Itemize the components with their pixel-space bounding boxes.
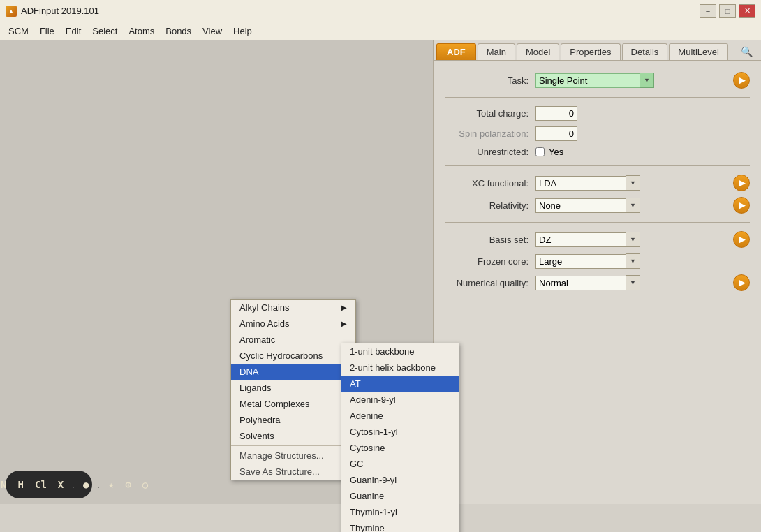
numerical-quality-nav-arrow[interactable]: ▶ [733,274,750,291]
menu-help[interactable]: Help [228,24,258,38]
tab-properties[interactable]: Properties [561,43,620,60]
right-panel: ADF Main Model Properties Details MultiL… [433,40,761,504]
menu-alkyl-chains[interactable]: Alkyl Chains ▶ [231,300,355,316]
bottom-toolbar: ▶ C O N H Cl X . ● . ★ ⊕ ○ [6,471,92,498]
minimize-button[interactable]: − [700,4,716,18]
molecule-view: Alkyl Chains ▶ Amino Acids ▶ Aromatic Cy… [0,40,433,504]
xc-functional-dropdown[interactable]: LDA [535,176,626,191]
toolbar-hydrogen[interactable]: H [15,478,27,492]
tab-adf[interactable]: ADF [436,43,476,60]
task-nav-arrow[interactable]: ▶ [733,72,750,89]
task-dropdown[interactable]: Single Point [535,73,640,88]
menu-dna[interactable]: DNA ▶ [231,364,355,380]
dna-cytosine[interactable]: Cytosine [341,440,459,456]
main-area: Alkyl Chains ▶ Amino Acids ▶ Aromatic Cy… [0,40,761,504]
basis-set-nav-arrow[interactable]: ▶ [733,231,750,248]
context-menu: Alkyl Chains ▶ Amino Acids ▶ Aromatic Cy… [230,299,356,480]
task-label: Task: [445,75,535,86]
dna-thymin1yl[interactable]: Thymin-1-yl [341,504,459,520]
toolbar-star[interactable]: ★ [105,478,117,492]
relativity-label: Relativity: [445,200,535,211]
dna-cytosin1yl[interactable]: Cytosin-1-yl [341,424,459,440]
dna-1unit-backbone[interactable]: 1-unit backbone [341,343,459,360]
spin-polarization-row: Spin polarization: [445,126,750,141]
relativity-nav-arrow[interactable]: ▶ [733,197,750,214]
frozen-core-value: Large [539,256,562,267]
menu-view[interactable]: View [197,24,228,38]
toolbar-delete[interactable]: X [55,478,66,492]
xc-functional-control: LDA ▼ [535,175,727,191]
xc-functional-nav-arrow[interactable]: ▶ [733,175,750,191]
dna-thymine[interactable]: Thymine [341,520,459,532]
menu-cyclic-hydrocarbons[interactable]: Cyclic Hydrocarbons ▶ [231,348,355,364]
numerical-quality-row: Numerical quality: Normal ▼ ▶ [445,274,750,291]
toolbar-chlorine[interactable]: Cl [32,478,50,492]
menu-edit[interactable]: Edit [60,24,87,38]
spin-polarization-input[interactable] [535,126,577,141]
xc-functional-label: XC functional: [445,178,535,189]
menu-scm[interactable]: SCM [3,24,34,38]
menu-save-as-structure[interactable]: Save As Structure... [231,464,355,480]
dna-guanine[interactable]: Guanine [341,488,459,504]
menu-select[interactable]: Select [87,24,123,38]
unrestricted-row: Unrestricted: Yes [445,147,750,157]
menu-aromatic[interactable]: Aromatic [231,332,355,348]
xc-functional-value: LDA [539,178,556,189]
xc-functional-arrow[interactable]: ▼ [626,175,640,191]
menu-ligands[interactable]: Ligands ▶ [231,380,355,396]
frozen-core-arrow[interactable]: ▼ [626,253,640,269]
total-charge-label: Total charge: [445,108,535,119]
basis-set-control: DZ ▼ [535,232,727,247]
task-row: Task: Single Point ▼ ▶ [445,72,750,89]
frozen-core-row: Frozen core: Large ▼ [445,253,750,269]
toolbar-nitrogen[interactable]: N [0,478,10,492]
title-bar: ▲ ADFinput 2019.101 − □ ✕ [0,0,761,22]
frozen-core-control: Large ▼ [535,253,750,269]
dna-adenine[interactable]: Adenine [341,408,459,424]
toolbar-search-zoom[interactable]: ⊕ [122,478,133,492]
menu-metal-complexes[interactable]: Metal Complexes ▶ [231,396,355,412]
tab-model[interactable]: Model [517,43,559,60]
task-value: Single Point [539,75,587,86]
unrestricted-yes-label: Yes [549,147,563,157]
dna-2unit-backbone[interactable]: 2-unit helix backbone [341,360,459,376]
tab-details[interactable]: Details [622,43,668,60]
total-charge-control [535,106,750,121]
spin-polarization-control [535,126,750,141]
search-icon[interactable]: 🔍 [735,45,758,59]
menu-bonds[interactable]: Bonds [160,24,197,38]
numerical-quality-arrow[interactable]: ▼ [626,275,640,290]
relativity-arrow[interactable]: ▼ [626,198,640,213]
basis-set-dropdown[interactable]: DZ [535,232,626,247]
app-title: ADFinput 2019.101 [21,6,99,16]
basis-set-arrow[interactable]: ▼ [626,232,640,247]
total-charge-input[interactable] [535,106,577,121]
numerical-quality-dropdown[interactable]: Normal [535,276,626,290]
dna-gc[interactable]: GC [341,456,459,472]
menu-manage-structures[interactable]: Manage Structures... [231,448,355,464]
frozen-core-dropdown[interactable]: Large [535,254,626,269]
toolbar-circle[interactable]: ● [80,478,91,492]
dna-guanin9yl[interactable]: Guanin-9-yl [341,472,459,488]
menu-polyhedra[interactable]: Polyhedra ▶ [231,412,355,428]
app-icon: ▲ [6,6,17,17]
maximize-button[interactable]: □ [719,4,736,18]
relativity-dropdown[interactable]: None [535,198,626,213]
task-dropdown-arrow[interactable]: ▼ [640,73,654,88]
close-button[interactable]: ✕ [739,4,755,18]
unrestricted-checkbox[interactable] [535,147,545,156]
toolbar-ring[interactable]: ○ [140,478,151,492]
menu-file[interactable]: File [34,24,60,38]
tab-main[interactable]: Main [478,43,515,60]
menu-amino-acids[interactable]: Amino Acids ▶ [231,316,355,332]
menu-atoms[interactable]: Atoms [123,24,160,38]
submenu-arrow-icon: ▶ [341,320,347,327]
menu-bar: SCM File Edit Select Atoms Bonds View He… [0,22,761,40]
unrestricted-control: Yes [535,147,750,157]
dna-adenin9yl[interactable]: Adenin-9-yl [341,392,459,408]
tab-multilevel[interactable]: MultiLevel [669,43,728,60]
menu-solvents[interactable]: Solvents ▶ [231,428,355,444]
dna-at[interactable]: AT [341,376,459,392]
panel-content: Task: Single Point ▼ ▶ Total charge: [434,61,761,504]
frozen-core-label: Frozen core: [445,256,535,267]
